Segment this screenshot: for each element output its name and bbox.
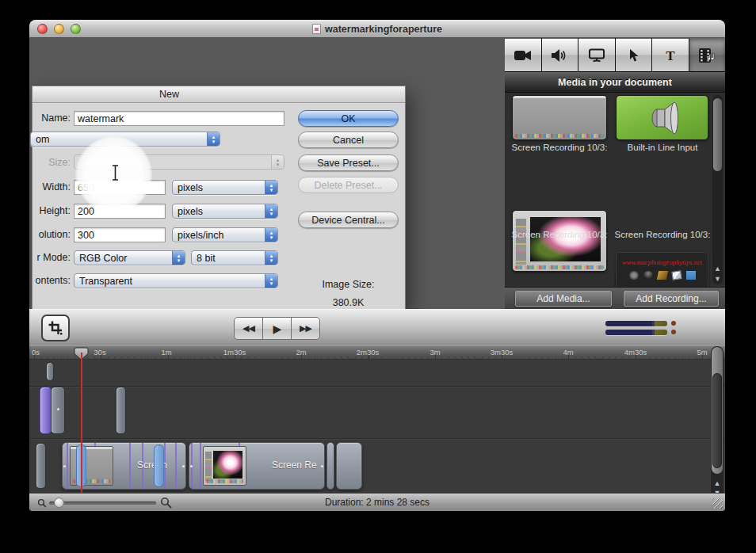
add-media-button[interactable]: Add Media... [515,291,612,307]
ruler-label: 4m30s [624,348,647,357]
record-tool-button[interactable] [505,38,541,71]
media-item-label: Screen Recording 10/3: [508,230,611,239]
timeline-tracks[interactable]: Screen Screen Re [29,360,725,493]
bit-depth-dropdown[interactable]: 8 bit ▲▼ [191,250,278,265]
media-library-icon [698,48,716,63]
name-label: Name: [32,113,71,124]
ruler-label: 2m [296,348,306,357]
crop-icon [48,321,63,335]
mouse-spotlight [75,136,152,213]
stepper-icon: ▲▼ [265,181,277,194]
website-icons [617,271,708,280]
clip-thumbnail [203,446,246,486]
timeline-clip-small[interactable] [46,362,54,381]
ruler-label: 0s [32,348,40,357]
stepper-icon: ▲▼ [172,251,185,265]
tool-row: T [505,38,725,71]
scroll-down-icon[interactable]: ▼ [714,276,721,283]
save-preset-button[interactable]: Save Preset... [298,154,399,171]
fast-forward-button[interactable]: ▶▶ [291,317,320,340]
text-tool-icon: T [664,48,677,63]
speaker-3d-icon [644,101,681,135]
ruler-label: 2m30s [357,348,380,357]
width-unit-dropdown[interactable]: pixels ▲▼ [172,180,278,195]
display-tool-button[interactable] [578,38,615,71]
timeline-scrollbar-thumb[interactable] [712,373,722,468]
rewind-button[interactable]: ◀◀ [234,317,263,340]
media-item-screen-recording-1[interactable] [512,95,607,140]
timeline-clip-purple[interactable] [40,387,52,434]
dialog-title-bar: New [32,86,405,103]
scroll-up-icon[interactable]: ▲ [714,265,721,273]
title-bar[interactable]: watermarkingforaperture [29,20,725,38]
window-title: watermarkingforaperture [325,24,442,35]
ibeam-cursor [112,165,119,181]
play-button[interactable]: ▶ [262,317,292,340]
background-contents-dropdown[interactable]: Transparent ▲▼ [74,273,278,288]
timeline-clip-gray[interactable] [51,387,65,434]
timeline-clip-small[interactable] [36,443,46,489]
media-item-audio-input[interactable] [616,95,708,140]
image-size-value: 380.9K [298,297,399,308]
dialog-title: New [159,89,179,100]
timeline-clip-screen-recording-2[interactable]: Screen Re [189,442,325,490]
pointer-icon [627,48,640,63]
delete-preset-button: Delete Preset... [298,177,399,193]
timeline-clip-lily[interactable] [336,442,362,490]
media-item-label: Screen Recording 10/3: [508,143,611,152]
media-list: Screen Recording 10/3: Built-in Line Inp… [505,93,725,287]
duration-text: Duration: 2 mins 28 secs [29,497,725,508]
clip-label: Screen Re [272,460,317,471]
stepper-icon: ▲▼ [271,155,284,169]
contents-label: ontents: [32,275,71,286]
timeline-clip-gray[interactable] [116,387,126,434]
media-item-screen-recording-2[interactable] [512,210,607,272]
ok-button[interactable]: OK [298,110,399,127]
audio-tool-button[interactable] [542,38,578,71]
audio-meter-right [605,330,667,335]
timeline-footer: Duration: 2 mins 28 secs [29,493,725,511]
timeline-scrollbar[interactable]: ▲ ▼ [711,346,724,498]
media-scrollbar-thumb[interactable] [713,98,722,171]
size-label: Size: [32,157,71,168]
control-strip: ◀◀ ▶ ▶▶ [29,309,725,345]
timeline-scrollbar-track[interactable] [712,347,723,474]
display-icon [588,48,605,63]
window-resize-handle[interactable] [712,498,723,509]
speaker-icon [551,48,568,63]
clip-action-marker[interactable] [154,444,164,487]
width-label: Width: [32,181,71,193]
timeline-ruler[interactable]: 0s 30s 1m 1m30s 2m 2m30s 3m 3m30s 4m 4m3… [29,345,725,360]
device-central-button[interactable]: Device Central... [298,212,399,228]
color-mode-dropdown[interactable]: RGB Color ▲▼ [74,250,185,265]
crop-button[interactable] [41,315,70,341]
resolution-unit-dropdown[interactable]: pixels/inch ▲▼ [172,227,278,242]
height-unit-dropdown[interactable]: pixels ▲▼ [172,204,278,219]
svg-text:T: T [666,48,675,63]
audio-meter-peak-left [671,321,676,326]
ruler-label: 30s [94,348,105,357]
camera-icon [514,49,533,62]
ruler-label: 4m [563,348,573,357]
resolution-field[interactable] [74,227,166,242]
image-size-label: Image Size: [298,279,399,290]
stepper-icon: ▲▼ [265,251,277,265]
app-window: watermarkingforaperture New Name: OK om … [29,20,725,511]
media-item-website-image[interactable]: www.macphotographytips.net [616,252,708,287]
cancel-button[interactable]: Cancel [298,132,399,148]
media-tool-button[interactable] [689,38,726,71]
playhead-line[interactable] [81,353,82,493]
audio-meter-peak-right [671,330,676,334]
ruler-label: 3m [430,348,440,357]
pointer-tool-button[interactable] [616,38,652,71]
scroll-up-icon[interactable]: ▲ [714,480,721,487]
ruler-label: 5m [697,348,707,357]
audio-meter-left [605,321,667,326]
media-scrollbar[interactable]: ▲ ▼ [712,95,723,284]
media-item-label: Built-in Line Input [611,143,714,152]
timeline-clip-narrow[interactable] [326,442,334,490]
text-tool-button[interactable]: T [652,38,689,71]
name-field[interactable] [74,111,284,126]
add-recording-button[interactable]: Add Recording... [624,291,719,307]
ruler-label: 1m30s [223,348,246,357]
